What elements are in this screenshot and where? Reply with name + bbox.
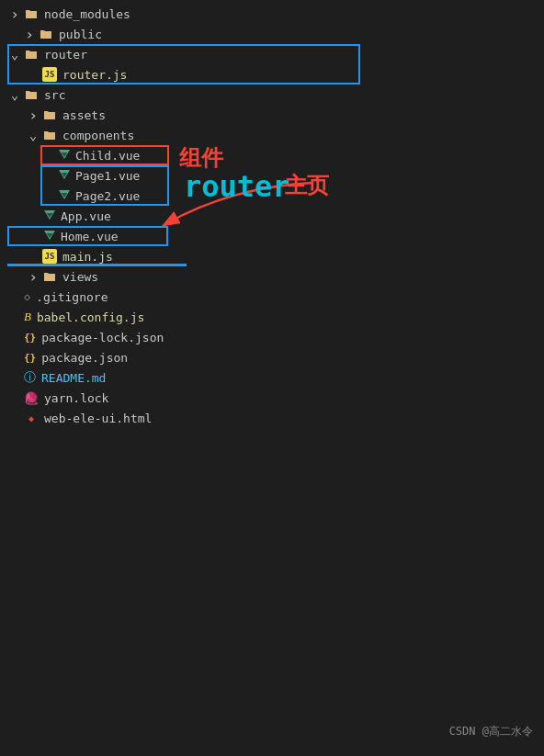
babel-config-label: babel.config.js: [37, 310, 544, 324]
router-label: router: [44, 48, 544, 62]
chevron-right-icon: [7, 6, 22, 21]
assets-label: assets: [62, 108, 544, 122]
main-js-label: main.js: [62, 250, 544, 264]
web-ele-label: web-ele-ui.html: [44, 412, 544, 425]
tree-item-page1-vue[interactable]: Page1.vue: [0, 165, 544, 186]
watermark: CSDN @高二水令: [449, 724, 533, 739]
folder-icon: [24, 6, 39, 21]
yarn-icon: 🧶: [24, 391, 39, 405]
folder-icon: [42, 269, 57, 284]
folder-icon: [39, 27, 53, 41]
tree-item-router[interactable]: router: [0, 44, 544, 64]
app-vue-label: App.vue: [61, 209, 544, 223]
tree-item-page2-vue[interactable]: Page2.vue: [0, 186, 544, 206]
tree-item-views[interactable]: views: [0, 266, 544, 287]
node-modules-label: node_modules: [44, 7, 544, 21]
chevron-right-icon: [26, 269, 40, 284]
package-json-label: package.json: [41, 351, 544, 365]
views-label: views: [62, 270, 544, 284]
tree-item-components[interactable]: components: [0, 125, 544, 145]
json-icon: {}: [24, 332, 36, 344]
json-icon: {}: [24, 352, 36, 364]
folder-icon: [42, 128, 57, 142]
page1-vue-label: Page1.vue: [75, 169, 544, 183]
gitignore-icon: [24, 290, 30, 303]
js-icon: JS: [42, 67, 57, 82]
vue-icon: [42, 209, 57, 223]
package-lock-label: package-lock.json: [41, 331, 544, 344]
tree-item-yarn-lock[interactable]: 🧶 yarn.lock: [0, 388, 544, 408]
folder-icon: [24, 47, 39, 62]
vue-icon: [57, 168, 72, 183]
tree-item-home-vue[interactable]: Home.vue: [0, 226, 544, 246]
chevron-right-icon: [26, 107, 40, 122]
tree-item-package-json[interactable]: {} package.json: [0, 347, 544, 367]
tree-item-app-vue[interactable]: App.vue: [0, 206, 544, 226]
tree-item-router-js[interactable]: JS router.js: [0, 64, 544, 85]
file-tree: node_modules public router JS router.js: [0, 0, 544, 432]
tree-item-main-js[interactable]: JS main.js: [0, 246, 544, 266]
tree-item-babel-config[interactable]: B babel.config.js: [0, 307, 544, 327]
gitignore-label: .gitignore: [36, 290, 544, 304]
tree-item-child-vue[interactable]: Child.vue: [0, 145, 544, 165]
readme-icon: ⓘ: [24, 369, 36, 386]
tree-item-node-modules[interactable]: node_modules: [0, 4, 544, 24]
tree-item-web-ele[interactable]: ◆ web-ele-ui.html: [0, 408, 544, 428]
src-label: src: [44, 88, 544, 102]
js-icon: JS: [42, 249, 57, 264]
page2-vue-label: Page2.vue: [75, 189, 544, 203]
vue-icon: [42, 229, 57, 243]
tree-item-assets[interactable]: assets: [0, 105, 544, 125]
chevron-down-icon: [26, 128, 40, 142]
public-label: public: [59, 28, 544, 41]
html-icon: ◆: [24, 411, 39, 425]
yarn-lock-label: yarn.lock: [44, 391, 544, 405]
chevron-down-icon: [7, 47, 22, 62]
tree-item-src[interactable]: src: [0, 85, 544, 105]
chevron-down-icon: [7, 87, 22, 102]
babel-icon: B: [24, 310, 31, 324]
folder-icon: [42, 107, 57, 122]
vue-icon: [57, 188, 72, 203]
folder-icon: [24, 87, 39, 102]
tree-item-gitignore[interactable]: .gitignore: [0, 287, 544, 307]
vue-icon: [57, 148, 72, 163]
home-vue-label: Home.vue: [61, 230, 544, 243]
readme-label: README.md: [41, 371, 544, 385]
child-vue-label: Child.vue: [75, 149, 544, 163]
chevron-right-icon: [22, 27, 37, 41]
tree-item-readme[interactable]: ⓘ README.md: [0, 367, 544, 388]
router-js-label: router.js: [62, 68, 544, 82]
tree-item-public[interactable]: public: [0, 24, 544, 44]
components-label: components: [62, 129, 544, 142]
tree-item-package-lock[interactable]: {} package-lock.json: [0, 327, 544, 347]
